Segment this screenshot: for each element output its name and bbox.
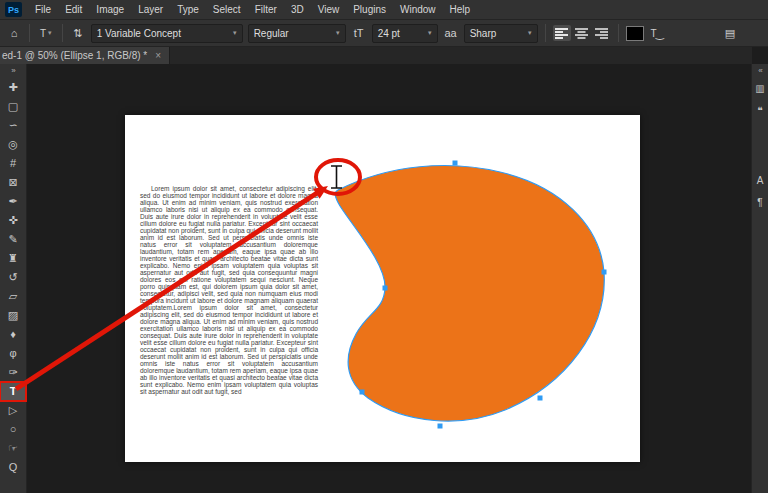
canvas-area[interactable]: Lorem ipsum dolor sit amet, consectetur … — [27, 64, 752, 493]
blur-tool[interactable]: ♦ — [0, 325, 26, 344]
gradient-tool[interactable]: ▨ — [0, 306, 26, 325]
document-tab-title: ed-1 @ 50% (Ellipse 1, RGB/8) * — [2, 50, 147, 61]
menu-item-3d[interactable]: 3D — [284, 0, 311, 19]
align-center-icon — [575, 28, 588, 39]
font-size-icon: tT — [351, 27, 367, 39]
font-family-select[interactable]: 1 Variable Concept ▾ — [91, 24, 243, 43]
font-style-select[interactable]: Regular ▾ — [248, 24, 346, 43]
menu-item-type[interactable]: Type — [170, 0, 206, 19]
menu-item-edit[interactable]: Edit — [58, 0, 89, 19]
collapse-panels-icon[interactable]: « — [758, 64, 761, 78]
font-size-value: 24 pt — [378, 28, 400, 39]
align-right-icon — [595, 28, 608, 39]
zoom-tool[interactable]: Q — [0, 458, 26, 477]
home-icon[interactable]: ⌂ — [6, 27, 22, 39]
menu-item-image[interactable]: Image — [89, 0, 131, 19]
font-style-value: Regular — [254, 28, 289, 39]
marquee-tool[interactable]: ▢ — [0, 97, 26, 116]
object-selection-tool[interactable]: ◎ — [0, 135, 26, 154]
lasso-tool[interactable]: ∽ — [0, 116, 26, 135]
menu-item-filter[interactable]: Filter — [248, 0, 284, 19]
align-center-button[interactable] — [573, 25, 591, 41]
text-align-group — [553, 25, 611, 41]
chevron-down-icon: ▾ — [523, 29, 532, 37]
healing-brush-tool[interactable]: ✜ — [0, 211, 26, 230]
toolbar-tools: ✚▢∽◎#⊠✒✜✎♜↺▱▨♦φ✑T▷○☞Q — [0, 78, 26, 477]
anti-alias-value: Sharp — [470, 28, 497, 39]
path-selection-tool[interactable]: ▷ — [0, 401, 26, 420]
align-right-button[interactable] — [593, 25, 611, 41]
menu-item-layer[interactable]: Layer — [131, 0, 170, 19]
anti-alias-icon: aa — [443, 27, 459, 39]
eyedropper-tool[interactable]: ✒ — [0, 192, 26, 211]
toggle-text-orientation-icon[interactable]: ⇅ — [70, 27, 86, 40]
paragraph-panel-icon[interactable]: ¶ — [752, 192, 768, 214]
chevron-down-icon: ▾ — [228, 29, 237, 37]
font-size-select[interactable]: 24 pt ▾ — [372, 24, 438, 43]
chevron-down-icon: ▾ — [423, 29, 432, 37]
align-left-button[interactable] — [553, 25, 571, 41]
divider — [618, 24, 619, 42]
align-left-icon — [555, 28, 568, 39]
properties-panel-icon[interactable]: ▥ — [752, 78, 768, 100]
panel-dock: « ▥ ❝ A ¶ — [751, 64, 768, 493]
document-page[interactable]: Lorem ipsum dolor sit amet, consectetur … — [125, 115, 640, 462]
tab-bar: ed-1 @ 50% (Ellipse 1, RGB/8) * × — [0, 47, 752, 64]
photoshop-window: Ps FileEditImageLayerTypeSelectFilter3DV… — [0, 0, 768, 493]
type-tool[interactable]: T — [0, 382, 26, 401]
history-brush-tool[interactable]: ↺ — [0, 268, 26, 287]
photoshop-logo: Ps — [5, 2, 22, 17]
pen-tool[interactable]: ✑ — [0, 363, 26, 382]
menu-item-file[interactable]: File — [28, 0, 58, 19]
divider — [545, 24, 546, 42]
menu-items: FileEditImageLayerTypeSelectFilter3DView… — [28, 0, 477, 19]
anti-alias-select[interactable]: Sharp ▾ — [464, 24, 538, 43]
menu-item-view[interactable]: View — [311, 0, 347, 19]
warp-text-icon[interactable]: T‿ — [649, 28, 665, 39]
character-panel-icon[interactable]: A — [752, 170, 768, 192]
hand-tool[interactable]: ☞ — [0, 439, 26, 458]
menu-bar: Ps FileEditImageLayerTypeSelectFilter3DV… — [0, 0, 768, 20]
clone-stamp-tool[interactable]: ♜ — [0, 249, 26, 268]
tool-preset-picker[interactable]: T ▾ — [37, 28, 55, 39]
dodge-tool[interactable]: φ — [0, 344, 26, 363]
comments-panel-icon[interactable]: ❝ — [752, 100, 768, 122]
divider — [62, 24, 63, 42]
crop-tool[interactable]: # — [0, 154, 26, 173]
frame-tool[interactable]: ⊠ — [0, 173, 26, 192]
brush-tool[interactable]: ✎ — [0, 230, 26, 249]
ellipse-tool[interactable]: ○ — [0, 420, 26, 439]
chevron-down-icon: ▾ — [331, 29, 340, 37]
expand-toolbar-icon[interactable]: » — [0, 64, 26, 78]
divider — [29, 24, 30, 42]
text-color-swatch[interactable] — [626, 26, 644, 41]
eraser-tool[interactable]: ▱ — [0, 287, 26, 306]
close-tab-icon[interactable]: × — [155, 50, 161, 61]
move-tool[interactable]: ✚ — [0, 78, 26, 97]
tools-panel: » ✚▢∽◎#⊠✒✜✎♜↺▱▨♦φ✑T▷○☞Q — [0, 64, 27, 493]
toggle-panels-icon[interactable]: ▤ — [722, 27, 738, 40]
document-tab[interactable]: ed-1 @ 50% (Ellipse 1, RGB/8) * × — [0, 47, 170, 64]
options-bar: ⌂ T ▾ ⇅ 1 Variable Concept ▾ Regular ▾ t… — [0, 20, 768, 47]
menu-item-select[interactable]: Select — [206, 0, 248, 19]
font-family-value: 1 Variable Concept — [97, 28, 181, 39]
menu-item-window[interactable]: Window — [393, 0, 443, 19]
document-text[interactable]: Lorem ipsum dolor sit amet, consectetur … — [140, 185, 318, 395]
menu-item-plugins[interactable]: Plugins — [346, 0, 393, 19]
type-tool-icon: T — [40, 28, 46, 39]
menu-item-help[interactable]: Help — [443, 0, 478, 19]
chevron-down-icon: ▾ — [48, 29, 52, 37]
